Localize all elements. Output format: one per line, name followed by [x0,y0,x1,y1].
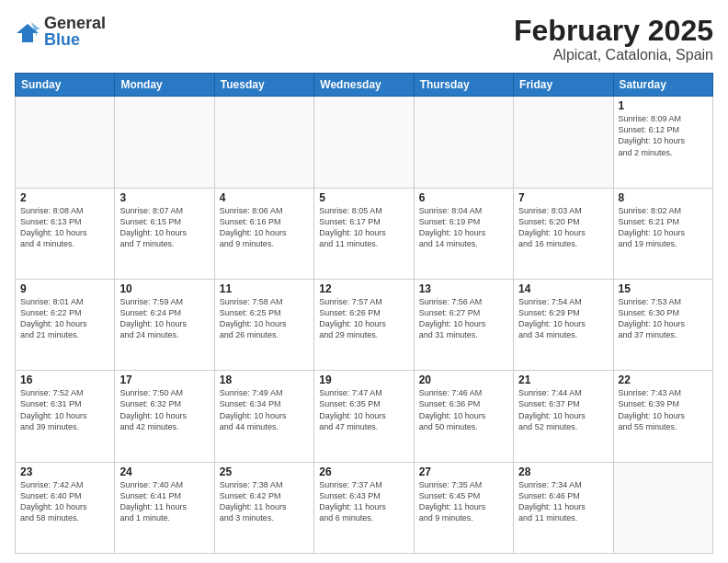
day-info: Sunrise: 7:42 AM Sunset: 6:40 PM Dayligh… [20,479,109,524]
calendar-cell [214,97,313,188]
day-info: Sunrise: 7:56 AM Sunset: 6:27 PM Dayligh… [419,296,508,341]
day-info: Sunrise: 7:38 AM Sunset: 6:42 PM Dayligh… [220,479,309,524]
day-info: Sunrise: 7:47 AM Sunset: 6:35 PM Dayligh… [319,387,408,432]
day-info: Sunrise: 7:54 AM Sunset: 6:29 PM Dayligh… [518,296,608,341]
logo-text: General Blue [44,15,106,48]
header-thursday: Thursday [414,74,513,97]
day-info: Sunrise: 8:05 AM Sunset: 6:17 PM Dayligh… [319,205,408,250]
day-number: 28 [518,465,608,478]
calendar-cell: 19Sunrise: 7:47 AM Sunset: 6:35 PM Dayli… [314,371,414,462]
day-info: Sunrise: 7:43 AM Sunset: 6:39 PM Dayligh… [619,387,708,432]
day-number: 18 [220,373,309,386]
logo-blue-text: Blue [44,31,106,48]
logo-general-text: General [44,15,106,31]
day-number: 4 [220,191,309,204]
calendar-table: Sunday Monday Tuesday Wednesday Thursday… [15,73,713,554]
calendar-cell: 8Sunrise: 8:02 AM Sunset: 6:21 PM Daylig… [613,188,712,279]
day-info: Sunrise: 8:09 AM Sunset: 6:12 PM Dayligh… [619,113,708,158]
calendar-cell: 2Sunrise: 8:08 AM Sunset: 6:13 PM Daylig… [16,188,115,279]
day-info: Sunrise: 7:53 AM Sunset: 6:30 PM Dayligh… [619,296,708,341]
day-number: 10 [119,282,209,295]
day-info: Sunrise: 8:06 AM Sunset: 6:16 PM Dayligh… [220,205,309,250]
calendar-cell: 21Sunrise: 7:44 AM Sunset: 6:37 PM Dayli… [514,371,613,462]
day-number: 1 [619,99,708,112]
day-info: Sunrise: 8:02 AM Sunset: 6:21 PM Dayligh… [619,205,708,250]
calendar-cell: 10Sunrise: 7:59 AM Sunset: 6:24 PM Dayli… [115,279,214,370]
calendar-header-row: Sunday Monday Tuesday Wednesday Thursday… [16,74,713,97]
calendar-cell [314,97,414,188]
calendar-week-0: 1Sunrise: 8:09 AM Sunset: 6:12 PM Daylig… [16,97,713,188]
day-info: Sunrise: 7:50 AM Sunset: 6:32 PM Dayligh… [119,387,209,432]
calendar-cell: 1Sunrise: 8:09 AM Sunset: 6:12 PM Daylig… [613,97,712,188]
header-saturday: Saturday [613,74,712,97]
calendar-cell [514,97,613,188]
day-info: Sunrise: 7:35 AM Sunset: 6:45 PM Dayligh… [419,479,508,524]
calendar-cell: 24Sunrise: 7:40 AM Sunset: 6:41 PM Dayli… [115,462,214,553]
day-info: Sunrise: 7:59 AM Sunset: 6:24 PM Dayligh… [119,296,209,341]
header: General Blue February 2025 Alpicat, Cata… [15,15,713,63]
calendar-week-1: 2Sunrise: 8:08 AM Sunset: 6:13 PM Daylig… [16,188,713,279]
calendar-cell: 15Sunrise: 7:53 AM Sunset: 6:30 PM Dayli… [613,279,712,370]
day-info: Sunrise: 8:04 AM Sunset: 6:19 PM Dayligh… [419,205,508,250]
day-info: Sunrise: 7:46 AM Sunset: 6:36 PM Dayligh… [419,387,508,432]
day-number: 8 [619,191,708,204]
day-number: 13 [419,282,508,295]
day-info: Sunrise: 7:58 AM Sunset: 6:25 PM Dayligh… [220,296,309,341]
day-info: Sunrise: 8:03 AM Sunset: 6:20 PM Dayligh… [518,205,608,250]
calendar-cell: 9Sunrise: 8:01 AM Sunset: 6:22 PM Daylig… [16,279,115,370]
calendar-cell: 6Sunrise: 8:04 AM Sunset: 6:19 PM Daylig… [414,188,513,279]
day-number: 14 [518,282,608,295]
day-info: Sunrise: 7:37 AM Sunset: 6:43 PM Dayligh… [319,479,408,524]
day-info: Sunrise: 7:34 AM Sunset: 6:46 PM Dayligh… [518,479,608,524]
day-number: 23 [20,465,109,478]
header-tuesday: Tuesday [214,74,313,97]
header-monday: Monday [115,74,214,97]
calendar-cell: 18Sunrise: 7:49 AM Sunset: 6:34 PM Dayli… [214,371,313,462]
day-info: Sunrise: 7:40 AM Sunset: 6:41 PM Dayligh… [119,479,209,524]
day-info: Sunrise: 8:08 AM Sunset: 6:13 PM Dayligh… [20,205,109,250]
calendar-cell: 20Sunrise: 7:46 AM Sunset: 6:36 PM Dayli… [414,371,513,462]
day-number: 15 [619,282,708,295]
header-sunday: Sunday [16,74,115,97]
calendar-cell [16,97,115,188]
calendar-cell: 14Sunrise: 7:54 AM Sunset: 6:29 PM Dayli… [514,279,613,370]
day-number: 11 [220,282,309,295]
header-friday: Friday [514,74,613,97]
day-number: 27 [419,465,508,478]
header-wednesday: Wednesday [314,74,414,97]
calendar-cell: 23Sunrise: 7:42 AM Sunset: 6:40 PM Dayli… [16,462,115,553]
calendar-week-2: 9Sunrise: 8:01 AM Sunset: 6:22 PM Daylig… [16,279,713,370]
calendar-cell: 25Sunrise: 7:38 AM Sunset: 6:42 PM Dayli… [214,462,313,553]
calendar-cell: 3Sunrise: 8:07 AM Sunset: 6:15 PM Daylig… [115,188,214,279]
calendar-cell: 17Sunrise: 7:50 AM Sunset: 6:32 PM Dayli… [115,371,214,462]
day-number: 7 [518,191,608,204]
day-info: Sunrise: 8:07 AM Sunset: 6:15 PM Dayligh… [119,205,209,250]
calendar-cell [414,97,513,188]
day-info: Sunrise: 8:01 AM Sunset: 6:22 PM Dayligh… [20,296,109,341]
calendar-title: February 2025 [514,15,713,47]
day-number: 3 [119,191,209,204]
page: General Blue February 2025 Alpicat, Cata… [0,0,728,563]
day-number: 6 [419,191,508,204]
calendar-cell [115,97,214,188]
day-number: 2 [20,191,109,204]
calendar-cell: 26Sunrise: 7:37 AM Sunset: 6:43 PM Dayli… [314,462,414,553]
day-info: Sunrise: 7:44 AM Sunset: 6:37 PM Dayligh… [518,387,608,432]
calendar-cell: 27Sunrise: 7:35 AM Sunset: 6:45 PM Dayli… [414,462,513,553]
day-number: 25 [220,465,309,478]
day-number: 19 [319,373,408,386]
day-number: 26 [319,465,408,478]
calendar-cell [613,462,712,553]
calendar-subtitle: Alpicat, Catalonia, Spain [514,47,713,63]
calendar-cell: 16Sunrise: 7:52 AM Sunset: 6:31 PM Dayli… [16,371,115,462]
calendar-cell: 12Sunrise: 7:57 AM Sunset: 6:26 PM Dayli… [314,279,414,370]
calendar-cell: 13Sunrise: 7:56 AM Sunset: 6:27 PM Dayli… [414,279,513,370]
logo-icon [15,20,40,46]
calendar-cell: 5Sunrise: 8:05 AM Sunset: 6:17 PM Daylig… [314,188,414,279]
title-block: February 2025 Alpicat, Catalonia, Spain [514,15,713,63]
day-number: 12 [319,282,408,295]
calendar-week-3: 16Sunrise: 7:52 AM Sunset: 6:31 PM Dayli… [16,371,713,462]
day-info: Sunrise: 7:49 AM Sunset: 6:34 PM Dayligh… [220,387,309,432]
calendar-cell: 7Sunrise: 8:03 AM Sunset: 6:20 PM Daylig… [514,188,613,279]
day-number: 9 [20,282,109,295]
